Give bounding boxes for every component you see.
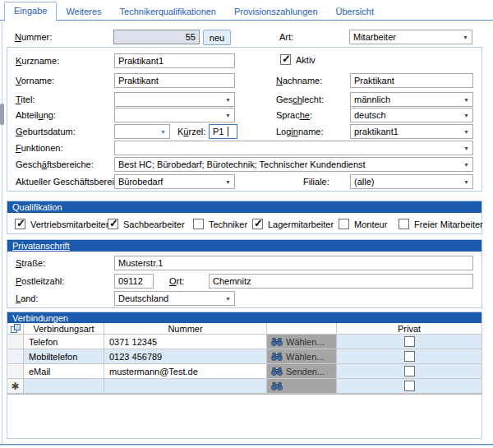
geschlecht-select[interactable]: männlich▼ bbox=[350, 92, 473, 107]
vertriebsmitarbeiter-checkbox[interactable] bbox=[15, 219, 25, 229]
table-header-row: Verbindungsart Nummer Privat bbox=[7, 323, 482, 335]
tab-weiteres[interactable]: Weiteres bbox=[57, 3, 110, 21]
vorname-input[interactable]: Praktikant bbox=[114, 73, 235, 88]
column-header-verbindungsart[interactable]: Verbindungsart bbox=[24, 323, 104, 335]
binoculars-icon bbox=[271, 338, 283, 346]
kuerzel-label: Kürzel: bbox=[177, 127, 205, 136]
sachbearbeiter-checkbox[interactable] bbox=[108, 219, 118, 229]
geschaeftsbereiche-select[interactable]: Best HC; Bürobedarf; Bürotechnik; Techni… bbox=[114, 157, 473, 172]
table-row-email[interactable]: eMail mustermann@Test.de Senden... bbox=[7, 364, 482, 379]
strasse-label: Straße: bbox=[16, 258, 45, 268]
row-selector[interactable] bbox=[7, 335, 24, 349]
table-row-mobiltelefon[interactable]: Mobiltelefon 0123 456789 Wählen... bbox=[7, 349, 482, 364]
row-selector[interactable] bbox=[7, 349, 24, 364]
new-row-icon: ✱ bbox=[11, 381, 19, 391]
loginname-select[interactable]: praktikant1▼ bbox=[350, 124, 473, 139]
privat-checkbox[interactable] bbox=[404, 351, 415, 362]
sprache-select[interactable]: deutsch▼ bbox=[350, 108, 473, 122]
binoculars-icon bbox=[271, 382, 283, 390]
sachbearbeiter-checkbox-row: Sachbearbeiter bbox=[108, 219, 185, 229]
nachname-input[interactable]: Praktikant bbox=[350, 73, 473, 88]
privatanschrift-header: Privatanschrift bbox=[7, 240, 481, 252]
kurzname-input[interactable]: Praktikant1 bbox=[114, 53, 235, 68]
loginname-label: Loginname: bbox=[276, 127, 324, 136]
waehlen-button[interactable]: Wählen... bbox=[267, 335, 337, 349]
filiale-label: Filiale: bbox=[303, 177, 329, 187]
aktiv-label: Aktiv bbox=[296, 55, 316, 65]
binoculars-icon bbox=[271, 353, 283, 361]
bottom-divider bbox=[0, 444, 493, 446]
chevron-down-icon: ▼ bbox=[460, 162, 472, 168]
datasheet-icon bbox=[11, 324, 21, 334]
freier-mitarbeiter-checkbox-row: Freier Mitarbeiter bbox=[399, 219, 483, 229]
aktiv-checkbox[interactable] bbox=[280, 54, 291, 65]
splitter-grip[interactable] bbox=[0, 104, 4, 125]
left-splitter-line bbox=[2, 22, 2, 444]
action-button[interactable] bbox=[267, 379, 337, 394]
privat-checkbox[interactable] bbox=[404, 381, 415, 391]
art-select[interactable]: Mitarbeiter▼ bbox=[349, 30, 472, 44]
senden-button[interactable]: Senden... bbox=[267, 364, 337, 379]
nummer-field: 55 bbox=[113, 30, 200, 44]
neu-button[interactable]: neu bbox=[203, 30, 231, 45]
privat-checkbox[interactable] bbox=[404, 366, 415, 376]
privat-checkbox[interactable] bbox=[404, 336, 415, 347]
monteur-checkbox[interactable] bbox=[339, 219, 349, 229]
funktionen-select[interactable]: ▼ bbox=[114, 141, 473, 155]
chevron-down-icon: ▼ bbox=[460, 113, 472, 118]
waehlen-button[interactable]: Wählen... bbox=[267, 349, 337, 364]
strasse-input[interactable]: Musterstr.1 bbox=[114, 256, 473, 270]
sprache-label: Sprache: bbox=[276, 110, 312, 120]
geburtsdatum-label: Geburtsdatum: bbox=[16, 127, 76, 136]
tab-technikerqualifikationen[interactable]: Technikerqualifikationen bbox=[111, 3, 225, 21]
titel-select[interactable]: ▼ bbox=[114, 92, 235, 107]
art-label: Art: bbox=[279, 32, 293, 42]
vertriebsmitarbeiter-checkbox-row: Vertriebsmitarbeiter bbox=[15, 219, 108, 229]
techniker-checkbox[interactable] bbox=[193, 219, 204, 229]
tab-bar: Eingabe Weiteres Technikerqualifikatione… bbox=[0, 0, 493, 21]
new-row-selector[interactable]: ✱ bbox=[7, 379, 24, 394]
ort-label: Ort: bbox=[169, 276, 184, 286]
column-header-privat[interactable]: Privat bbox=[337, 323, 482, 335]
land-select[interactable]: Deutschland▼ bbox=[114, 291, 235, 306]
chevron-down-icon: ▼ bbox=[459, 35, 472, 40]
land-label: Land: bbox=[16, 293, 39, 303]
chevron-down-icon: ▼ bbox=[222, 97, 234, 103]
tab-provisionszahlungen[interactable]: Provisionszahlungen bbox=[225, 3, 327, 21]
column-header-nummer[interactable]: Nummer bbox=[104, 323, 267, 335]
table-row-telefon[interactable]: Telefon 0371 12345 Wählen... bbox=[7, 335, 482, 349]
abteilung-label: Abteilung: bbox=[16, 110, 56, 120]
chevron-down-icon: ▼ bbox=[460, 129, 472, 135]
nachname-label: Nachname: bbox=[276, 76, 322, 85]
postleitzahl-input[interactable]: 09112 bbox=[114, 274, 154, 289]
lagermitarbeiter-checkbox[interactable] bbox=[252, 219, 263, 229]
monteur-checkbox-row: Monteur bbox=[339, 219, 387, 229]
titel-label: Titel: bbox=[16, 95, 35, 104]
new-row-nummer-cell[interactable] bbox=[104, 379, 267, 394]
kuerzel-input[interactable]: P1 bbox=[209, 124, 237, 139]
geschaeftsbereiche-label: Geschäftsbereiche: bbox=[16, 159, 94, 169]
tab-eingabe[interactable]: Eingabe bbox=[4, 2, 57, 21]
ort-input[interactable]: Chemnitz bbox=[209, 274, 473, 289]
filiale-select[interactable]: (alle)▼ bbox=[350, 174, 473, 189]
row-selector[interactable] bbox=[7, 364, 24, 379]
chevron-down-icon: ▼ bbox=[222, 296, 234, 302]
chevron-down-icon: ▼ bbox=[460, 97, 472, 103]
chevron-down-icon: ▼ bbox=[222, 113, 234, 118]
funktionen-label: Funktionen: bbox=[16, 143, 63, 153]
geburtsdatum-datepicker[interactable]: ▼ bbox=[114, 124, 170, 139]
chevron-down-icon: ▼ bbox=[460, 145, 472, 151]
freier-mitarbeiter-checkbox[interactable] bbox=[399, 219, 409, 229]
techniker-checkbox-row: Techniker bbox=[193, 219, 247, 229]
chevron-down-icon: ▼ bbox=[222, 179, 234, 185]
table-row-new[interactable]: ✱ bbox=[7, 379, 482, 394]
geschlecht-label: Geschlecht: bbox=[276, 95, 324, 104]
new-row-art-cell[interactable] bbox=[24, 379, 104, 394]
aktueller-geschaeftsbereich-select[interactable]: Bürobedarf▼ bbox=[114, 174, 235, 189]
column-header-action bbox=[267, 323, 337, 335]
verbindungen-groupbox: Verbindungen Verbindungsart Nummer Priva… bbox=[7, 312, 482, 439]
abteilung-select[interactable]: ▼ bbox=[114, 108, 235, 122]
row-selector-header[interactable] bbox=[7, 323, 24, 335]
vorname-label: Vorname: bbox=[16, 76, 54, 85]
tab-uebersicht[interactable]: Übersicht bbox=[327, 3, 383, 21]
